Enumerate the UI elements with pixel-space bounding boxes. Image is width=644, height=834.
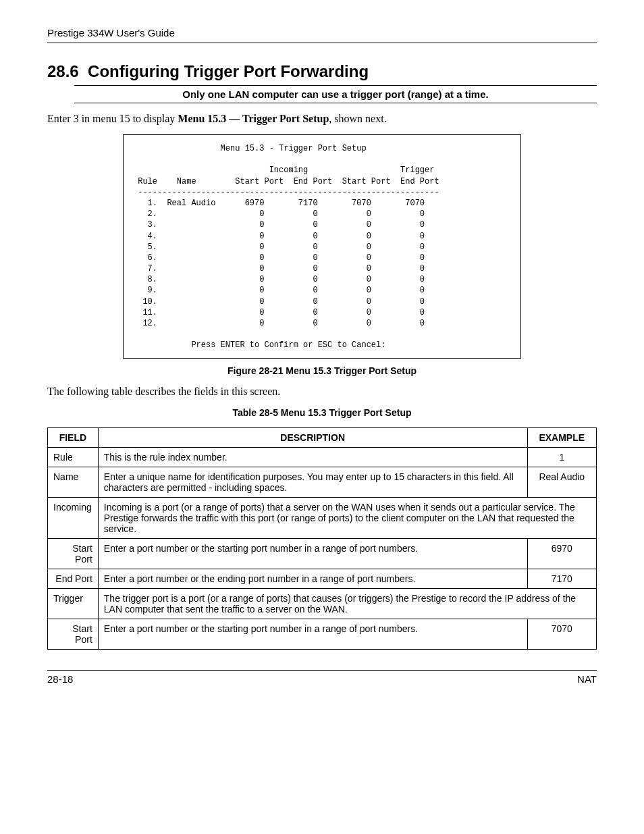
intro-suffix: , shown next. — [329, 113, 386, 124]
cell-example: 6970 — [527, 538, 596, 569]
cell-field: Start Port — [48, 538, 99, 569]
section-number: 28.6 — [47, 62, 79, 80]
page-number: 28-18 — [47, 673, 73, 685]
cell-description: Enter a port number or the starting port… — [98, 538, 527, 569]
cell-example: 7070 — [527, 619, 596, 649]
table-row: Start PortEnter a port number or the sta… — [48, 619, 597, 649]
table-intro: The following table describes the fields… — [47, 386, 597, 398]
cell-field: Incoming — [48, 497, 99, 538]
chapter-label: NAT — [577, 673, 597, 685]
figure-caption: Figure 28-21 Menu 15.3 Trigger Port Setu… — [47, 365, 597, 376]
terminal-figure: Menu 15.3 - Trigger Port Setup Incoming … — [123, 134, 521, 359]
cell-description: Enter a port number or the ending port n… — [98, 569, 527, 588]
cell-example: Real Audio — [527, 467, 596, 497]
table-row: Start PortEnter a port number or the sta… — [48, 538, 597, 569]
cell-description: Enter a port number or the starting port… — [98, 619, 527, 649]
cell-field: Name — [48, 467, 99, 497]
cell-field: Trigger — [48, 588, 99, 619]
th-field: FIELD — [48, 427, 99, 447]
table-row: TriggerThe trigger port is a port (or a … — [48, 588, 597, 619]
table-row: NameEnter a unique name for identificati… — [48, 467, 597, 497]
th-example: EXAMPLE — [527, 427, 596, 447]
th-description: DESCRIPTION — [98, 427, 527, 447]
table-caption: Table 28-5 Menu 15.3 Trigger Port Setup — [47, 407, 597, 418]
note-container: Only one LAN computer can use a trigger … — [74, 85, 597, 103]
page-footer: 28-18 NAT — [47, 670, 597, 685]
cell-field: Rule — [48, 447, 99, 467]
guide-title: Prestige 334W User's Guide — [47, 27, 175, 38]
section-heading: 28.6 Configuring Trigger Port Forwarding — [47, 62, 597, 81]
cell-field: End Port — [48, 569, 99, 588]
cell-example: 7170 — [527, 569, 596, 588]
table-header-row: FIELD DESCRIPTION EXAMPLE — [48, 427, 597, 447]
section-title-text: Configuring Trigger Port Forwarding — [88, 62, 369, 80]
fields-table: FIELD DESCRIPTION EXAMPLE RuleThis is th… — [47, 427, 597, 650]
page-header: Prestige 334W User's Guide — [47, 27, 597, 43]
cell-description: The trigger port is a port (or a range o… — [98, 588, 596, 619]
cell-description: Enter a unique name for identification p… — [98, 467, 527, 497]
table-row: IncomingIncoming is a port (or a range o… — [48, 497, 597, 538]
intro-paragraph: Enter 3 in menu 15 to display Menu 15.3 … — [47, 113, 597, 125]
cell-description: Incoming is a port (or a range of ports)… — [98, 497, 596, 538]
table-row: RuleThis is the rule index number.1 — [48, 447, 597, 467]
cell-field: Start Port — [48, 619, 99, 649]
intro-prefix: Enter 3 in menu 15 to display — [47, 113, 178, 124]
intro-bold: Menu 15.3 — Trigger Port Setup — [178, 113, 329, 124]
cell-description: This is the rule index number. — [98, 447, 527, 467]
note-text: Only one LAN computer can use a trigger … — [74, 85, 597, 103]
cell-example: 1 — [527, 447, 596, 467]
table-row: End PortEnter a port number or the endin… — [48, 569, 597, 588]
